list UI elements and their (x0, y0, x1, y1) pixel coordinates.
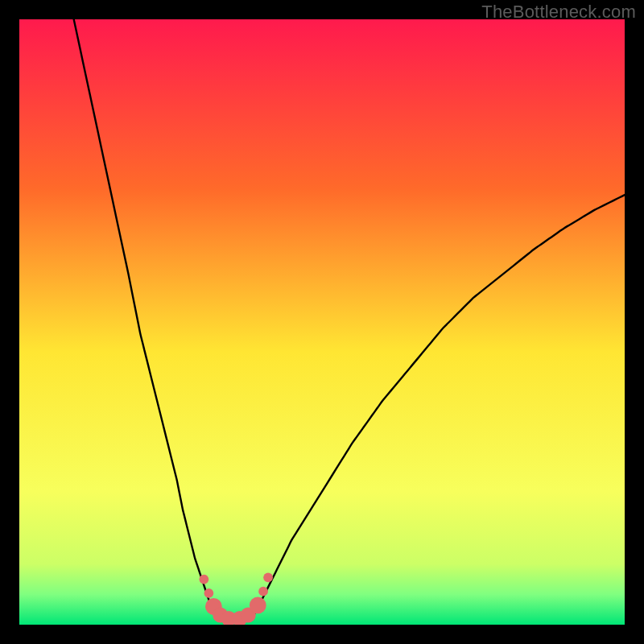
marker-dot (263, 572, 273, 582)
marker-dot (250, 597, 266, 614)
marker-dot (199, 575, 208, 584)
watermark-text: TheBottleneck.com (481, 2, 636, 23)
chart-container: TheBottleneck.com (0, 0, 644, 644)
chart-svg (19, 19, 625, 625)
plot-area (19, 19, 625, 625)
marker-dot (258, 587, 268, 597)
gradient-background (19, 19, 625, 625)
marker-dot (204, 588, 213, 598)
